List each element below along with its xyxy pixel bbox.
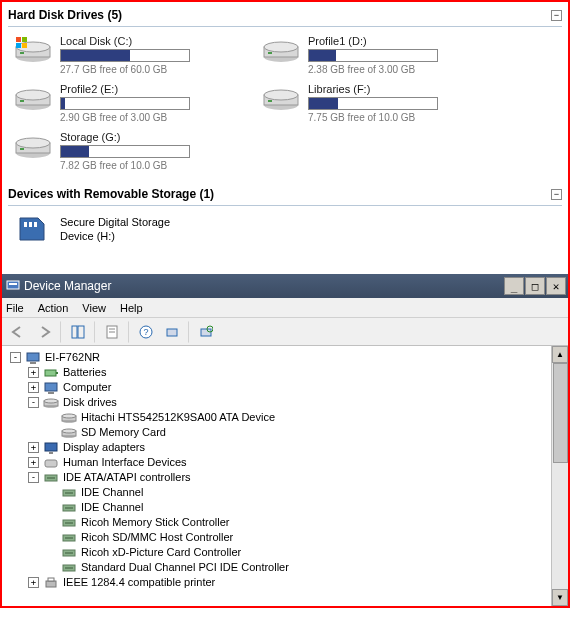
tree-node-label: IEEE 1284.4 compatible printer (63, 575, 215, 590)
tree-node[interactable]: Hitachi HTS542512K9SA00 ATA Device (6, 410, 568, 425)
drive-info: Libraries (F:) 7.75 GB free of 10.0 GB (308, 83, 492, 123)
drive-item[interactable]: Local Disk (C:) 27.7 GB free of 60.0 GB (14, 35, 244, 75)
disk-icon (61, 426, 77, 440)
menu-action[interactable]: Action (38, 302, 69, 314)
window-title: Device Manager (24, 279, 111, 293)
menu-file[interactable]: File (6, 302, 24, 314)
tree-node-label: Human Interface Devices (63, 455, 187, 470)
ide-icon (61, 486, 77, 500)
capacity-bar (308, 97, 438, 110)
hdd-icon (262, 83, 300, 115)
tree-node-label: EI-F762NR (45, 350, 100, 365)
tree-node-label: Ricoh Memory Stick Controller (81, 515, 230, 530)
drive-item[interactable]: Profile2 (E:) 2.90 GB free of 3.00 GB (14, 83, 244, 123)
scroll-up-button[interactable]: ▲ (552, 346, 568, 363)
tree-node[interactable]: IDE Channel (6, 485, 568, 500)
hdd-icon (262, 35, 300, 67)
drive-info: Profile1 (D:) 2.38 GB free of 3.00 GB (308, 35, 492, 75)
disk-icon (43, 396, 59, 410)
tree-node[interactable]: + Computer (6, 380, 568, 395)
disk-icon (61, 411, 77, 425)
menu-help[interactable]: Help (120, 302, 143, 314)
tree-node[interactable]: + IEEE 1284.4 compatible printer (6, 575, 568, 590)
expand-toggle-icon[interactable]: - (28, 397, 39, 408)
tree-node[interactable]: + Batteries (6, 365, 568, 380)
expand-toggle-icon[interactable]: - (10, 352, 21, 363)
tree-node[interactable]: - EI-F762NR (6, 350, 568, 365)
separator (188, 321, 190, 343)
capacity-bar (60, 97, 190, 110)
maximize-button[interactable]: □ (525, 277, 545, 295)
removable-item[interactable]: Secure Digital Storage Device (H:) (8, 214, 562, 244)
forward-button[interactable] (32, 321, 56, 343)
help-button[interactable]: ? (134, 321, 158, 343)
tree-node[interactable]: - Disk drives (6, 395, 568, 410)
svg-point-10 (264, 42, 298, 52)
expand-toggle-icon (46, 487, 57, 498)
tree-node[interactable]: Ricoh SD/MMC Host Controller (6, 530, 568, 545)
tree-node[interactable]: IDE Channel (6, 500, 568, 515)
drive-free-text: 2.38 GB free of 3.00 GB (308, 64, 492, 75)
svg-rect-43 (45, 383, 57, 391)
drive-name: Libraries (F:) (308, 83, 492, 95)
expand-toggle-icon[interactable]: + (28, 442, 39, 453)
back-button[interactable] (6, 321, 30, 343)
collapse-toggle-icon[interactable]: − (551, 10, 562, 21)
collapse-toggle-icon[interactable]: − (551, 189, 562, 200)
svg-rect-40 (30, 362, 36, 364)
window-controls: _ □ ✕ (504, 277, 566, 295)
menubar: File Action View Help (2, 298, 568, 318)
svg-rect-23 (20, 148, 24, 150)
tree-node[interactable]: - IDE ATA/ATAPI controllers (6, 470, 568, 485)
svg-rect-37 (201, 329, 211, 336)
tree-node-label: Disk drives (63, 395, 117, 410)
drive-item[interactable]: Storage (G:) 7.82 GB free of 10.0 GB (14, 131, 244, 171)
scrollbar-vertical[interactable]: ▲ ▼ (551, 346, 568, 606)
refresh-button[interactable] (194, 321, 218, 343)
tree-node-label: Ricoh SD/MMC Host Controller (81, 530, 233, 545)
expand-toggle-icon[interactable]: + (28, 457, 39, 468)
expand-toggle-icon[interactable]: + (28, 382, 39, 393)
computer-icon (43, 381, 59, 395)
capacity-bar (60, 145, 190, 158)
display-icon (43, 441, 59, 455)
tree-node-label: SD Memory Card (81, 425, 166, 440)
ide-icon (61, 516, 77, 530)
expand-toggle-icon[interactable]: + (28, 367, 39, 378)
titlebar[interactable]: Device Manager _ □ ✕ (2, 274, 568, 298)
svg-rect-36 (167, 329, 177, 336)
menu-view[interactable]: View (82, 302, 106, 314)
drive-item[interactable]: Libraries (F:) 7.75 GB free of 10.0 GB (262, 83, 492, 123)
expand-toggle-icon[interactable]: + (28, 577, 39, 588)
device-manager-window: Device Manager _ □ ✕ File Action View He… (2, 274, 568, 606)
minimize-button[interactable]: _ (504, 277, 524, 295)
properties-button[interactable] (100, 321, 124, 343)
drive-info: Storage (G:) 7.82 GB free of 10.0 GB (60, 131, 244, 171)
tree-node[interactable]: SD Memory Card (6, 425, 568, 440)
expand-toggle-icon (46, 532, 57, 543)
close-button[interactable]: ✕ (546, 277, 566, 295)
tree-node-label: Hitachi HTS542512K9SA00 ATA Device (81, 410, 275, 425)
tree-node-label: IDE Channel (81, 485, 143, 500)
drive-name: Storage (G:) (60, 131, 244, 143)
tree-node[interactable]: Standard Dual Channel PCI IDE Controller (6, 560, 568, 575)
tree-node-label: Ricoh xD-Picture Card Controller (81, 545, 241, 560)
tree-node[interactable]: Ricoh xD-Picture Card Controller (6, 545, 568, 560)
expand-toggle-icon[interactable]: - (28, 472, 39, 483)
scan-button[interactable] (160, 321, 184, 343)
svg-rect-42 (56, 372, 58, 374)
sd-card-icon (14, 214, 50, 244)
tree-node[interactable]: Ricoh Memory Stick Controller (6, 515, 568, 530)
drive-item[interactable]: Profile1 (D:) 2.38 GB free of 3.00 GB (262, 35, 492, 75)
device-tree: - EI-F762NR + Batteries + Computer - Dis… (2, 346, 568, 594)
scroll-thumb[interactable] (553, 363, 568, 463)
svg-point-47 (44, 399, 58, 403)
show-hide-tree-button[interactable] (66, 321, 90, 343)
battery-icon (43, 366, 59, 380)
scroll-down-button[interactable]: ▼ (552, 589, 568, 606)
drive-info: Profile2 (E:) 2.90 GB free of 3.00 GB (60, 83, 244, 123)
tree-node[interactable]: + Human Interface Devices (6, 455, 568, 470)
tree-node[interactable]: + Display adapters (6, 440, 568, 455)
expand-toggle-icon (46, 517, 57, 528)
hid-icon (43, 456, 59, 470)
